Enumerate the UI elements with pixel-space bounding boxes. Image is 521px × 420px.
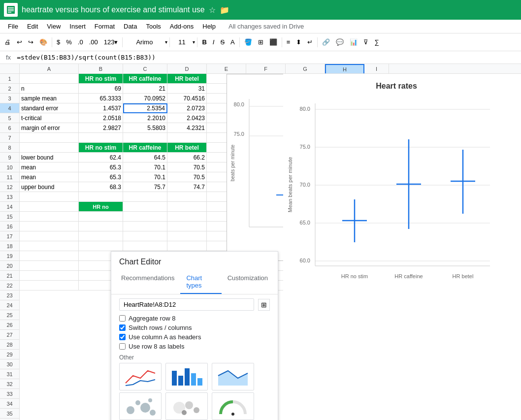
row-labels-checkbox[interactable] (119, 343, 126, 350)
row-29[interactable]: 29 (0, 350, 20, 359)
data-range-input[interactable] (119, 298, 254, 311)
switch-rows-checkbox[interactable] (119, 324, 126, 331)
col-headers-checkbox[interactable] (119, 334, 126, 340)
row-27[interactable]: 27 (0, 330, 20, 340)
col-header-e[interactable]: E (207, 64, 246, 73)
row-14[interactable]: 14 (0, 202, 20, 212)
row-31[interactable]: 31 (0, 369, 20, 379)
menu-help[interactable]: Help (198, 22, 220, 31)
cell-c5[interactable]: 2.2010 (123, 113, 167, 123)
font-size-input[interactable] (172, 38, 192, 46)
cell-d7[interactable] (167, 133, 207, 143)
row-33[interactable]: 33 (0, 389, 20, 399)
row-34[interactable]: 34 (0, 399, 20, 409)
row-13[interactable]: 13 (0, 192, 20, 202)
row-23[interactable]: 23 (0, 291, 20, 300)
cell-d14[interactable] (167, 202, 207, 212)
cell-c17[interactable] (123, 231, 167, 241)
decimal-dec-button[interactable]: .0 (75, 35, 86, 49)
percent-button[interactable]: % (64, 35, 74, 49)
cell-c1[interactable]: HR caffeine (123, 74, 167, 84)
aggregate-checkbox[interactable] (119, 315, 126, 322)
cell-d5[interactable]: 2.0423 (167, 113, 207, 123)
cell-d9[interactable]: 66.2 (167, 153, 207, 162)
cell-a6[interactable]: margin of error (20, 123, 79, 133)
comment-button[interactable]: 💬 (333, 35, 346, 49)
chart-type-bar[interactable] (165, 363, 208, 390)
menu-edit[interactable]: Edit (23, 22, 42, 31)
row-25[interactable]: 25 (0, 310, 20, 320)
col-header-d[interactable]: D (167, 64, 207, 73)
cell-a12[interactable]: upper bound (20, 182, 79, 192)
cell-a10[interactable]: mean (20, 162, 79, 172)
row-26[interactable]: 26 (0, 320, 20, 330)
cell-a15[interactable] (20, 212, 79, 222)
cell-b10[interactable]: 65.3 (79, 162, 123, 172)
chart-button[interactable]: 📊 (347, 35, 360, 49)
cell-b9[interactable]: 62.4 (79, 153, 123, 162)
cell-b14[interactable]: HR no (79, 202, 123, 212)
row-8[interactable]: 8 (0, 143, 20, 153)
text-color-button[interactable]: A (228, 35, 237, 49)
col-header-b[interactable]: B (79, 64, 123, 73)
undo-button[interactable]: ↩ (14, 35, 25, 49)
cell-c13[interactable] (123, 192, 167, 202)
cell-a5[interactable]: t-critical (20, 113, 79, 123)
row-19[interactable]: 19 (0, 251, 20, 261)
menu-view[interactable]: View (43, 22, 65, 31)
cell-c7[interactable] (123, 133, 167, 143)
col-header-c[interactable]: C (123, 64, 167, 73)
row-17[interactable]: 17 (0, 231, 20, 241)
row-1[interactable]: 1 (0, 74, 20, 84)
font-dropdown-icon[interactable]: ▾ (165, 39, 167, 45)
cell-c14[interactable] (123, 202, 167, 212)
cell-a13[interactable] (20, 192, 79, 202)
col-header-a[interactable]: A (20, 64, 79, 73)
paint-format-button[interactable]: 🎨 (37, 35, 50, 49)
cell-d2[interactable]: 31 (167, 84, 207, 94)
row-32[interactable]: 32 (0, 379, 20, 389)
row-22[interactable]: 22 (0, 281, 20, 291)
chart-type-gauge[interactable] (212, 392, 254, 420)
decimal-inc-button[interactable]: .00 (87, 35, 100, 49)
row-20[interactable]: 20 (0, 261, 20, 271)
cell-b11[interactable]: 65.3 (79, 172, 123, 182)
valign-button[interactable]: ⬍ (293, 35, 304, 49)
menu-file[interactable]: File (4, 22, 22, 31)
formula-input[interactable] (17, 54, 519, 61)
borders-button[interactable]: ⊞ (256, 35, 266, 49)
filter-button[interactable]: ⊽ (361, 35, 371, 49)
row-3[interactable]: 3 (0, 94, 20, 103)
cell-b15[interactable] (79, 212, 123, 222)
cell-b7[interactable] (79, 133, 123, 143)
cell-a2[interactable]: n (20, 84, 79, 94)
cell-d13[interactable] (167, 192, 207, 202)
cell-d8[interactable]: HR betel (167, 143, 207, 153)
cell-c16[interactable] (123, 222, 167, 231)
menu-format[interactable]: Format (91, 22, 119, 31)
cell-b2[interactable]: 69 (79, 84, 123, 94)
col-header-h[interactable]: H (325, 64, 364, 73)
number-format-button[interactable]: 123▾ (101, 35, 121, 49)
row-4[interactable]: 4 (0, 103, 20, 113)
cell-c8[interactable]: HR caffeine (123, 143, 167, 153)
menu-data[interactable]: Data (120, 22, 141, 31)
cell-d15[interactable] (167, 212, 207, 222)
bold-button[interactable]: B (199, 35, 209, 49)
cell-b3[interactable]: 65.3333 (79, 94, 123, 103)
cell-b12[interactable]: 68.3 (79, 182, 123, 192)
folder-icon[interactable]: 📁 (220, 5, 229, 15)
menu-tools[interactable]: Tools (142, 22, 164, 31)
font-name-input[interactable] (125, 38, 164, 46)
cell-a8[interactable] (20, 143, 79, 153)
merge-button[interactable]: ⬛ (267, 35, 280, 49)
cell-b5[interactable]: 2.0518 (79, 113, 123, 123)
row-2[interactable]: 2 (0, 84, 20, 94)
row-24[interactable]: 24 (0, 300, 20, 310)
align-button[interactable]: ≡ (284, 35, 293, 49)
size-dropdown-icon[interactable]: ▾ (193, 39, 195, 45)
row-30[interactable]: 30 (0, 359, 20, 369)
link-button[interactable]: 🔗 (320, 35, 332, 49)
cell-d10[interactable]: 70.5 (167, 162, 207, 172)
row-16[interactable]: 16 (0, 222, 20, 231)
